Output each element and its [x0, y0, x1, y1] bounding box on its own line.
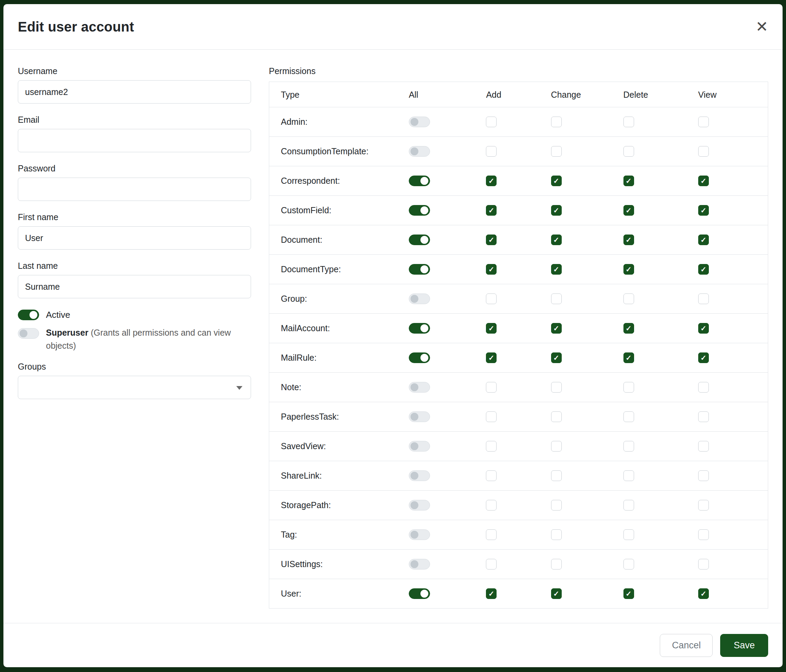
permission-delete-checkbox[interactable]: [623, 470, 634, 481]
permission-all-toggle[interactable]: [409, 470, 430, 481]
permission-change-checkbox[interactable]: [551, 529, 562, 540]
permission-view-checkbox[interactable]: ✓: [698, 264, 709, 275]
first-name-field[interactable]: [18, 226, 251, 250]
permission-view-checkbox[interactable]: [698, 294, 709, 304]
permission-add-checkbox[interactable]: [486, 441, 497, 452]
permission-delete-checkbox[interactable]: [623, 382, 634, 393]
permission-change-checkbox[interactable]: [551, 116, 562, 127]
permission-add-checkbox[interactable]: [486, 411, 497, 422]
permission-view-checkbox[interactable]: ✓: [698, 323, 709, 334]
cancel-button[interactable]: Cancel: [660, 634, 713, 657]
permission-change-checkbox[interactable]: ✓: [551, 234, 562, 245]
email-field[interactable]: [18, 129, 251, 152]
permission-view-checkbox[interactable]: [698, 146, 709, 157]
permission-add-checkbox[interactable]: [486, 559, 497, 570]
permission-change-checkbox[interactable]: ✓: [551, 205, 562, 216]
permission-delete-checkbox[interactable]: [623, 500, 634, 510]
permission-view-checkbox[interactable]: [698, 529, 709, 540]
permission-all-toggle[interactable]: [409, 352, 430, 363]
permission-delete-checkbox[interactable]: [623, 116, 634, 127]
permission-view-checkbox[interactable]: ✓: [698, 352, 709, 363]
active-toggle[interactable]: [18, 309, 39, 320]
permission-view-checkbox[interactable]: [698, 500, 709, 510]
permission-all-toggle[interactable]: [409, 234, 430, 245]
permission-delete-checkbox[interactable]: ✓: [623, 264, 634, 275]
groups-select[interactable]: [18, 376, 251, 399]
permissions-row: DocumentType: ✓ ✓ ✓ ✓: [269, 255, 768, 284]
permission-all-toggle[interactable]: [409, 500, 430, 510]
permission-delete-checkbox[interactable]: ✓: [623, 588, 634, 599]
permission-change-checkbox[interactable]: ✓: [551, 588, 562, 599]
last-name-field[interactable]: [18, 275, 251, 298]
permission-view-checkbox[interactable]: [698, 441, 709, 452]
permission-add-checkbox[interactable]: ✓: [486, 176, 497, 186]
save-button[interactable]: Save: [720, 634, 768, 657]
permission-add-checkbox[interactable]: [486, 529, 497, 540]
permission-delete-checkbox[interactable]: [623, 411, 634, 422]
permission-view-checkbox[interactable]: ✓: [698, 176, 709, 186]
permission-delete-checkbox[interactable]: ✓: [623, 352, 634, 363]
permission-add-checkbox[interactable]: [486, 116, 497, 127]
permission-all-toggle[interactable]: [409, 205, 430, 216]
permission-delete-checkbox[interactable]: [623, 441, 634, 452]
permission-all-toggle[interactable]: [409, 588, 430, 599]
permission-delete-checkbox[interactable]: [623, 294, 634, 304]
permission-all-toggle[interactable]: [409, 529, 430, 540]
permission-view-checkbox[interactable]: [698, 382, 709, 393]
permission-all-toggle[interactable]: [409, 146, 430, 157]
permission-all-toggle[interactable]: [409, 294, 430, 304]
permission-delete-checkbox[interactable]: ✓: [623, 176, 634, 186]
permission-delete-checkbox[interactable]: ✓: [623, 234, 634, 245]
permission-change-checkbox[interactable]: ✓: [551, 176, 562, 186]
permission-change-checkbox[interactable]: [551, 559, 562, 570]
permission-delete-checkbox[interactable]: [623, 146, 634, 157]
permission-delete-checkbox[interactable]: [623, 529, 634, 540]
permission-add-checkbox[interactable]: [486, 146, 497, 157]
permission-view-checkbox[interactable]: ✓: [698, 234, 709, 245]
permission-add-checkbox[interactable]: ✓: [486, 205, 497, 216]
permission-add-checkbox[interactable]: [486, 294, 497, 304]
permission-all-toggle[interactable]: [409, 176, 430, 186]
permission-change-checkbox[interactable]: [551, 146, 562, 157]
permission-add-checkbox[interactable]: [486, 500, 497, 510]
permission-view-checkbox[interactable]: ✓: [698, 205, 709, 216]
permission-change-checkbox[interactable]: [551, 411, 562, 422]
permission-change-checkbox[interactable]: [551, 382, 562, 393]
superuser-toggle[interactable]: [18, 328, 39, 339]
permission-view-checkbox[interactable]: [698, 470, 709, 481]
permission-all-toggle[interactable]: [409, 264, 430, 275]
permission-all-toggle[interactable]: [409, 441, 430, 452]
toggle-knob: [420, 265, 428, 273]
permission-view-checkbox[interactable]: [698, 116, 709, 127]
permission-change-checkbox[interactable]: [551, 294, 562, 304]
permission-add-checkbox[interactable]: [486, 470, 497, 481]
permission-all-toggle[interactable]: [409, 323, 430, 334]
permission-change-checkbox[interactable]: ✓: [551, 264, 562, 275]
permission-view-checkbox[interactable]: [698, 559, 709, 570]
permission-change-checkbox[interactable]: ✓: [551, 323, 562, 334]
permission-change-checkbox[interactable]: [551, 470, 562, 481]
username-input[interactable]: [18, 80, 251, 104]
permission-add-checkbox[interactable]: ✓: [486, 352, 497, 363]
permission-change-checkbox[interactable]: ✓: [551, 352, 562, 363]
toggle-knob: [410, 472, 418, 480]
password-field[interactable]: [18, 177, 251, 201]
permission-delete-checkbox[interactable]: ✓: [623, 323, 634, 334]
permission-delete-checkbox[interactable]: [623, 559, 634, 570]
permission-view-checkbox[interactable]: ✓: [698, 588, 709, 599]
permission-all-toggle[interactable]: [409, 382, 430, 393]
permission-view-checkbox[interactable]: [698, 411, 709, 422]
permission-all-toggle[interactable]: [409, 559, 430, 570]
permission-add-checkbox[interactable]: ✓: [486, 588, 497, 599]
permissions-header-row: Type All Add Change Delete View: [269, 82, 768, 107]
permission-add-checkbox[interactable]: ✓: [486, 323, 497, 334]
permission-add-checkbox[interactable]: ✓: [486, 234, 497, 245]
permission-all-toggle[interactable]: [409, 116, 430, 127]
permission-change-checkbox[interactable]: [551, 441, 562, 452]
permission-delete-checkbox[interactable]: ✓: [623, 205, 634, 216]
close-icon[interactable]: ✕: [756, 19, 768, 34]
permission-add-checkbox[interactable]: ✓: [486, 264, 497, 275]
permission-add-checkbox[interactable]: [486, 382, 497, 393]
permission-change-checkbox[interactable]: [551, 500, 562, 510]
permission-all-toggle[interactable]: [409, 411, 430, 422]
